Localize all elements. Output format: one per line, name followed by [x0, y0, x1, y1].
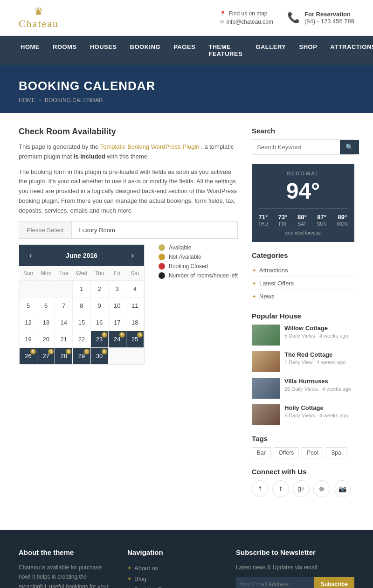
calendar-day[interactable]: [108, 347, 126, 364]
calendar-day[interactable]: 22: [73, 331, 90, 347]
search-button[interactable]: 🔍: [340, 140, 359, 154]
calendar-day[interactable]: 265: [20, 347, 37, 364]
tag-item[interactable]: Bar: [252, 447, 271, 458]
calendar-day[interactable]: 245: [108, 331, 126, 347]
popular-house-image: [252, 351, 280, 372]
calendar-day[interactable]: 11: [126, 297, 144, 314]
category-link[interactable]: News: [259, 293, 275, 300]
facebook-icon[interactable]: f: [252, 480, 269, 497]
category-link[interactable]: Attractions: [259, 267, 288, 274]
cal-header-mon: Mon: [37, 266, 55, 281]
forecast-temp: 71°: [258, 214, 268, 221]
nav-shop[interactable]: SHOP: [292, 36, 324, 58]
phone-block: 📞 For Reservation (84) - 123 456 789: [287, 11, 354, 25]
calendar-day[interactable]: 21: [55, 331, 73, 347]
footer-newsletter: Subscribe to Newsletter Latest news & Up…: [236, 548, 354, 588]
nav-home[interactable]: HOME: [14, 36, 46, 58]
calendar-day[interactable]: 7: [55, 297, 73, 314]
booking-closed-label: Booking Closed: [169, 263, 208, 270]
calendar-day[interactable]: 17: [108, 314, 126, 331]
tag-item[interactable]: Spa: [326, 447, 346, 458]
nav-booking[interactable]: BOOKING: [124, 36, 167, 58]
calendar-day[interactable]: 275: [37, 347, 55, 364]
category-icon: ✦: [252, 293, 256, 300]
calendar-day[interactable]: 19: [20, 331, 37, 347]
calendar-day[interactable]: 9: [90, 297, 108, 314]
legend-rooms-left: Number of rooms/house left: [159, 272, 238, 279]
tag-item[interactable]: Offers: [274, 447, 299, 458]
calendar-day[interactable]: 235: [90, 331, 108, 347]
nav-gallery[interactable]: GALLERY: [249, 36, 292, 58]
footer-nav: Navigation ✦About us✦Blog✦Booking Form✦G…: [127, 548, 222, 588]
calendar-day[interactable]: 13: [37, 314, 55, 331]
category-link[interactable]: Latest Offers: [259, 280, 294, 287]
calendar-day[interactable]: [55, 280, 73, 297]
calendar-day[interactable]: 14: [55, 314, 73, 331]
calendar-day[interactable]: [126, 347, 144, 364]
calendar-prev-btn[interactable]: ‹: [26, 249, 35, 262]
newsletter-text: Latest news & Updates via email: [236, 563, 354, 572]
footer-nav-link[interactable]: Booking Form: [134, 586, 172, 588]
check-room-title: Check Room Availability: [19, 127, 238, 137]
calendar-day[interactable]: 8: [73, 297, 90, 314]
room-selector-value: Luxury Room: [72, 222, 123, 238]
calendar-day[interactable]: 1: [73, 280, 90, 297]
breadcrumb-home[interactable]: HOME: [19, 97, 35, 104]
nav-rooms[interactable]: ROOMS: [46, 36, 83, 58]
popular-house-name[interactable]: The Red Cottage: [284, 351, 345, 358]
phone-icon: 📞: [287, 12, 300, 24]
calendar-day[interactable]: 15: [73, 314, 90, 331]
site-footer: About the theme Chateau is available for…: [0, 530, 373, 588]
calendar-day[interactable]: 18: [126, 314, 144, 331]
rss-icon[interactable]: ⊛: [313, 480, 330, 497]
google-plus-icon[interactable]: g+: [293, 480, 310, 497]
calendar-next-btn[interactable]: ›: [128, 249, 138, 262]
nav-attractions[interactable]: ATTRACTIONS: [324, 36, 373, 58]
footer-nav-list: ✦About us✦Blog✦Booking Form✦Gallery✦Test…: [127, 563, 222, 588]
calendar-day[interactable]: [37, 280, 55, 297]
weather-widget: BEGOWAL 94° 71°THU73°FRI88°SAT87°SUN89°M…: [252, 164, 354, 242]
nav-houses[interactable]: HOUSES: [83, 36, 124, 58]
twitter-icon[interactable]: t: [272, 480, 289, 497]
categories-section: Categories ✦Attractions✦Latest Offers✦Ne…: [252, 251, 354, 303]
calendar-day[interactable]: 4: [126, 280, 144, 297]
logo[interactable]: ♛ Chateau: [19, 6, 59, 30]
forecast-label: THU: [258, 221, 268, 227]
calendar-day[interactable]: 285: [55, 347, 73, 364]
forecast-day: 88°SAT: [297, 214, 307, 227]
calendar-day[interactable]: 255: [126, 331, 144, 347]
calendar-day[interactable]: 6: [37, 297, 55, 314]
calendar-day[interactable]: [20, 280, 37, 297]
footer-nav-link[interactable]: Blog: [134, 575, 146, 582]
search-input[interactable]: [252, 140, 340, 154]
calendar-day[interactable]: 5: [20, 297, 37, 314]
intro-paragraph-1: This page is generated by the Templatic …: [19, 142, 238, 162]
nav-theme-features[interactable]: THEME FEATURES: [202, 36, 249, 65]
popular-house-name[interactable]: Willow Cottage: [284, 325, 348, 332]
calendar-day[interactable]: 16: [90, 314, 108, 331]
calendar-day[interactable]: 305: [90, 347, 108, 364]
calendar-day[interactable]: 3: [108, 280, 126, 297]
extended-forecast: extended forecast: [258, 230, 348, 235]
category-item: ✦Attractions: [252, 264, 354, 277]
calendar-section: ‹ June 2016 › Sun Mon Tue Wed Thu: [19, 244, 238, 365]
intro-paragraph-2: The booking form in this plugin is pre-l…: [19, 167, 238, 216]
popular-house-name[interactable]: Villa Hurmuses: [284, 378, 351, 385]
popular-house-name[interactable]: Holly Cottage: [284, 404, 348, 411]
header-contact: 📍 Find us on map ✉ info@chateau.com 📞 Fo…: [220, 10, 354, 25]
booking-plugin-link[interactable]: Templatic Booking WordPress Plugin: [100, 143, 200, 150]
footer-nav-link[interactable]: About us: [134, 565, 158, 572]
tags-title: Tags: [252, 435, 354, 443]
newsletter-email-input[interactable]: [236, 577, 314, 588]
calendar-day[interactable]: 20: [37, 331, 55, 347]
calendar-day[interactable]: 295: [73, 347, 90, 364]
nav-pages[interactable]: PAGES: [167, 36, 202, 58]
popular-house-item: The Red Cottage 1 Daily View 4 weeks ago: [252, 351, 354, 372]
calendar-day[interactable]: 12: [20, 314, 37, 331]
calendar-day[interactable]: 2: [90, 280, 108, 297]
social-icons: f t g+ ⊛ 📷: [252, 480, 354, 497]
tag-item[interactable]: Pool: [302, 447, 323, 458]
instagram-icon[interactable]: 📷: [334, 480, 351, 497]
newsletter-subscribe-btn[interactable]: Subscribe: [314, 577, 354, 588]
calendar-day[interactable]: 10: [108, 297, 126, 314]
